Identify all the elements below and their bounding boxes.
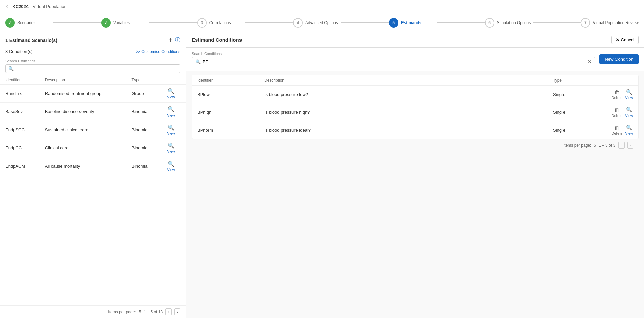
row-actions: 🗑 Delete 🔍 View bbox=[598, 121, 638, 139]
view-icon: 🔍 bbox=[168, 142, 174, 149]
delete-button[interactable]: 🗑 Delete bbox=[612, 107, 623, 118]
prev-page-button[interactable]: ‹ bbox=[165, 308, 171, 315]
close-button[interactable]: × bbox=[5, 4, 8, 10]
connector-6 bbox=[533, 22, 581, 23]
row-identifier: BPlow bbox=[192, 86, 259, 103]
right-table-wrap: Identifier Description Type BPlow Is blo… bbox=[186, 71, 644, 318]
view-button[interactable]: 🔍 View bbox=[167, 142, 175, 153]
step-1-circle: ✓ bbox=[5, 18, 15, 28]
next-page-button[interactable]: › bbox=[174, 308, 180, 315]
view-button[interactable]: 🔍 View bbox=[625, 107, 633, 118]
step-1-label: Scenarios bbox=[17, 20, 35, 25]
wizard-step-4[interactable]: 4 Advanced Options bbox=[293, 18, 341, 28]
delete-icon: 🗑 bbox=[614, 89, 620, 95]
row-type: Binomial bbox=[126, 121, 162, 139]
wizard-steps: ✓ Scenarios ✓ Variables 3 Correlations 4… bbox=[0, 13, 644, 32]
delete-label: Delete bbox=[612, 131, 623, 135]
row-type: Single bbox=[548, 121, 598, 139]
cancel-icon: ✕ bbox=[616, 37, 620, 42]
app-title: KC2024 bbox=[12, 4, 29, 9]
right-next-page-button[interactable]: › bbox=[627, 142, 633, 149]
customise-conditions-link[interactable]: ≫ Customise Conditions bbox=[136, 49, 180, 54]
row-actions: 🗑 Delete 🔍 View bbox=[598, 103, 638, 121]
right-prev-page-button[interactable]: ‹ bbox=[618, 142, 624, 149]
row-description: All cause mortality bbox=[40, 157, 126, 175]
delete-label: Delete bbox=[612, 96, 623, 100]
connector-2 bbox=[149, 22, 197, 23]
table-row: EndpACM All cause mortality Binomial 🔍 V… bbox=[0, 157, 186, 175]
new-condition-button[interactable]: New Condition bbox=[599, 54, 639, 64]
wizard-step-2[interactable]: ✓ Variables bbox=[101, 18, 149, 28]
view-icon: 🔍 bbox=[626, 107, 632, 113]
row-description: Is blood pressure low? bbox=[259, 86, 548, 103]
row-identifier: BPnorm bbox=[192, 121, 259, 139]
estimands-table: Identifier Description Type RandTrx Rand… bbox=[0, 76, 186, 175]
table-row: BPlow Is blood pressure low? Single 🗑 De… bbox=[192, 86, 638, 103]
table-row: EndpSCC Sustained clinical care Binomial… bbox=[0, 121, 186, 139]
row-actions: 🔍 View bbox=[162, 85, 186, 103]
view-button[interactable]: 🔍 View bbox=[625, 125, 633, 135]
delete-label: Delete bbox=[612, 113, 623, 118]
right-search-icon: 🔍 bbox=[195, 59, 201, 64]
estimand-scenario-title: 1 Estimand Scenario(s) bbox=[5, 38, 57, 43]
row-identifier: EndpSCC bbox=[0, 121, 40, 139]
page-range: 1 – 5 of 13 bbox=[144, 310, 163, 314]
row-type: Group bbox=[126, 85, 162, 103]
row-actions: 🔍 View bbox=[162, 103, 186, 121]
search-estimands-container: Search Estimands 🔍 bbox=[0, 56, 186, 76]
step-4-circle: 4 bbox=[293, 18, 303, 28]
view-label: View bbox=[625, 113, 633, 118]
row-type: Binomial bbox=[126, 139, 162, 157]
connector-4 bbox=[341, 22, 389, 23]
right-col-identifier: Identifier bbox=[192, 75, 259, 86]
view-icon: 🔍 bbox=[626, 125, 632, 131]
right-search-input-wrap: 🔍 ✕ bbox=[192, 57, 595, 66]
wizard-step-7[interactable]: 7 Virtual Population Review bbox=[581, 18, 639, 28]
add-estimand-button[interactable]: + bbox=[168, 36, 172, 44]
view-button[interactable]: 🔍 View bbox=[167, 106, 175, 117]
view-button[interactable]: 🔍 View bbox=[167, 88, 175, 99]
items-per-page-label: Items per page: bbox=[108, 310, 136, 314]
view-label: View bbox=[625, 96, 633, 100]
wizard-step-5[interactable]: 5 Estimands bbox=[389, 18, 437, 28]
right-panel-header: Estimand Conditions ✕ Cancel bbox=[186, 32, 644, 48]
left-table-footer: Items per page: 5 1 – 5 of 13 ‹ › bbox=[0, 305, 186, 318]
row-description: Is blood pressure high? bbox=[259, 103, 548, 121]
view-icon: 🔍 bbox=[168, 124, 174, 131]
search-estimands-input[interactable] bbox=[15, 66, 177, 71]
col-description: Description bbox=[40, 76, 126, 85]
cancel-button[interactable]: ✕ Cancel bbox=[611, 36, 639, 44]
connector-5 bbox=[437, 22, 485, 23]
wizard-step-1[interactable]: ✓ Scenarios bbox=[5, 18, 53, 28]
wizard-step-6[interactable]: 6 Simulation Options bbox=[485, 18, 533, 28]
row-type: Single bbox=[548, 103, 598, 121]
row-description: Sustained clinical care bbox=[40, 121, 126, 139]
left-panel: 1 Estimand Scenario(s) + ⓘ 3 Condition(s… bbox=[0, 32, 186, 318]
row-actions: 🔍 View bbox=[162, 139, 186, 157]
step-2-circle: ✓ bbox=[101, 18, 111, 28]
clear-search-button[interactable]: ✕ bbox=[588, 59, 592, 64]
search-estimands-wrap: 🔍 bbox=[5, 64, 180, 73]
view-label: View bbox=[167, 149, 175, 153]
row-identifier: BPhigh bbox=[192, 103, 259, 121]
app-subtitle: Virtual Population bbox=[33, 4, 67, 9]
row-identifier: EndpACM bbox=[0, 157, 40, 175]
wizard-step-3[interactable]: 3 Correlations bbox=[197, 18, 245, 28]
step-3-circle: 3 bbox=[197, 18, 207, 28]
row-actions: 🔍 View bbox=[162, 121, 186, 139]
row-identifier: EndpCC bbox=[0, 139, 40, 157]
info-icon[interactable]: ⓘ bbox=[175, 37, 180, 44]
view-button[interactable]: 🔍 View bbox=[625, 89, 633, 100]
view-icon: 🔍 bbox=[168, 88, 174, 94]
right-search-label: Search Conditions bbox=[192, 52, 595, 56]
delete-button[interactable]: 🗑 Delete bbox=[612, 125, 623, 135]
condition-count: 3 Condition(s) bbox=[5, 49, 33, 54]
view-button[interactable]: 🔍 View bbox=[167, 124, 175, 135]
right-search-input[interactable] bbox=[203, 59, 586, 64]
connector-1 bbox=[53, 22, 101, 23]
delete-button[interactable]: 🗑 Delete bbox=[612, 89, 623, 100]
view-label: View bbox=[625, 131, 633, 135]
delete-icon: 🗑 bbox=[614, 125, 620, 131]
view-button[interactable]: 🔍 View bbox=[167, 161, 175, 172]
view-icon: 🔍 bbox=[168, 161, 174, 167]
